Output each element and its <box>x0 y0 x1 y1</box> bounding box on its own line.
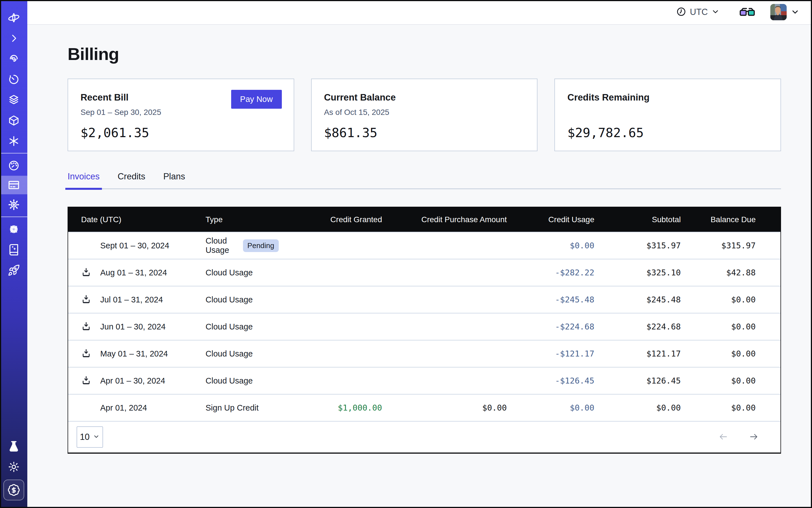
cube-icon <box>8 115 20 126</box>
download-invoice-button[interactable] <box>81 267 91 278</box>
subtotal-value: $325.10 <box>594 268 681 278</box>
asterisk-icon <box>8 135 20 147</box>
invoice-type-cell: Cloud Usage <box>206 349 279 358</box>
timezone-selector[interactable]: UTC <box>676 6 720 18</box>
next-page-button[interactable] <box>747 432 760 442</box>
clock-icon <box>676 6 686 18</box>
credit-usage-value: -$245.48 <box>507 295 594 304</box>
sidebar-item-cube[interactable] <box>0 110 27 131</box>
sidebar <box>0 0 27 508</box>
pay-now-button[interactable]: Pay Now <box>231 90 282 109</box>
sidebar-divider <box>0 153 27 154</box>
timer-icon <box>8 73 20 86</box>
tab-plans[interactable]: Plans <box>163 171 185 188</box>
chevron-down-icon <box>711 7 720 17</box>
credits-badge-button[interactable] <box>0 477 27 503</box>
sidebar-item-asterisk[interactable] <box>0 131 27 151</box>
user-avatar[interactable] <box>770 4 787 20</box>
balance-due-value: $0.00 <box>681 322 781 331</box>
table-header-row: Date (UTC) Type Credit Granted Credit Pu… <box>68 207 780 232</box>
credit-usage-value: -$126.45 <box>507 376 594 385</box>
download-invoice-button[interactable] <box>81 348 91 359</box>
page-title: Billing <box>68 44 781 64</box>
download-icon <box>81 375 91 386</box>
sidebar-collapse-button[interactable] <box>0 28 27 48</box>
sidebar-item-cyclone[interactable] <box>0 48 27 69</box>
subtotal-value: $315.97 <box>594 241 681 250</box>
rocket-icon <box>8 264 20 277</box>
invoice-type: Cloud Usage <box>206 295 253 304</box>
sidebar-item-layers[interactable] <box>0 90 27 110</box>
download-icon <box>81 348 91 359</box>
credit-usage-value: $0.00 <box>507 403 594 413</box>
sidebar-item-usage-gauge[interactable] <box>0 155 27 176</box>
invoice-date: Apr 01 – 30, 2024 <box>100 376 165 385</box>
arrow-right-icon <box>747 432 760 442</box>
cyclone-icon <box>8 53 20 65</box>
download-invoice-button[interactable] <box>81 294 91 305</box>
credit-granted-value: $1,000.00 <box>279 403 382 413</box>
sidebar-item-docs[interactable] <box>0 239 27 260</box>
arrow-left-icon <box>717 432 730 442</box>
summary-cards: Recent Bill Sep 01 – Sep 30, 2025 $2,061… <box>68 79 781 151</box>
page-size-value: 10 <box>80 432 90 442</box>
invoice-date-cell: Sept 01 – 30, 2024 <box>68 241 206 250</box>
3d-glasses-icon <box>739 7 755 17</box>
col-balance-due: Balance Due <box>681 215 781 224</box>
col-type: Type <box>206 215 279 224</box>
credit-card-icon <box>8 179 20 191</box>
sidebar-item-billing[interactable] <box>0 176 27 194</box>
page-size-select[interactable]: 10 <box>77 426 103 448</box>
invoice-row: Jul 01 – 31, 2024Cloud Usage-$245.48$245… <box>68 286 780 313</box>
invoice-row: May 01 – 31, 2024Cloud Usage-$121.17$121… <box>68 340 780 367</box>
card-title: Current Balance <box>324 92 525 103</box>
invoice-type-cell: Cloud Usage <box>206 268 279 278</box>
invoice-date: May 01 – 31, 2024 <box>100 349 168 358</box>
invoice-date-cell: Apr 01 – 30, 2024 <box>68 375 206 386</box>
credits-remaining-amount: $29,782.65 <box>567 125 768 140</box>
invoice-type-cell: Cloud Usage <box>206 322 279 331</box>
download-invoice-button[interactable] <box>81 321 91 332</box>
balance-due-value: $0.00 <box>681 295 781 304</box>
3d-view-button[interactable] <box>739 7 755 17</box>
invoice-date-cell: Apr 01, 2024 <box>68 403 206 413</box>
invoice-type-cell: Cloud UsagePending <box>206 236 279 255</box>
sidebar-item-timer[interactable] <box>0 69 27 90</box>
chevron-down-icon <box>93 432 100 442</box>
col-credit-purchase: Credit Purchase Amount <box>382 215 507 224</box>
subtotal-value: $224.68 <box>594 322 681 331</box>
app-logo[interactable] <box>0 7 27 28</box>
account-menu-button[interactable] <box>790 7 800 17</box>
invoice-row: Aug 01 – 31, 2024Cloud Usage-$282.22$325… <box>68 259 780 286</box>
invoice-type-cell: Cloud Usage <box>206 376 279 385</box>
sidebar-item-helm[interactable] <box>0 219 27 239</box>
theme-toggle[interactable] <box>0 457 27 477</box>
sidebar-divider <box>0 217 27 217</box>
sidebar-item-experiments[interactable] <box>0 436 27 457</box>
flask-icon <box>8 440 20 453</box>
current-balance-amount: $861.35 <box>324 125 525 140</box>
credit-usage-value: $0.00 <box>507 241 594 250</box>
tab-invoices[interactable]: Invoices <box>68 171 100 188</box>
billing-period: Sep 01 – Sep 30, 2025 <box>81 108 281 118</box>
balance-due-value: $0.00 <box>681 376 781 385</box>
invoice-date: Jun 01 – 30, 2024 <box>100 322 166 331</box>
table-footer: 10 <box>68 421 780 453</box>
invoice-row: Apr 01, 2024Sign Up Credit$1,000.00$0.00… <box>68 394 780 421</box>
invoice-date: Aug 01 – 31, 2024 <box>100 268 167 278</box>
invoice-date-cell: Jul 01 – 31, 2024 <box>68 294 206 305</box>
download-invoice-button[interactable] <box>81 375 91 386</box>
badge-dollar-icon <box>7 483 20 497</box>
chevron-right-icon <box>8 33 19 44</box>
recent-bill-card: Recent Bill Sep 01 – Sep 30, 2025 $2,061… <box>68 79 294 151</box>
previous-page-button[interactable] <box>717 432 730 442</box>
tab-credits[interactable]: Credits <box>118 171 145 188</box>
col-credit-usage: Credit Usage <box>507 215 594 224</box>
invoice-date-cell: Jun 01 – 30, 2024 <box>68 321 206 332</box>
subtotal-value: $121.17 <box>594 349 681 358</box>
timezone-label: UTC <box>690 7 708 17</box>
sidebar-item-settings[interactable] <box>0 194 27 215</box>
sidebar-item-getting-started[interactable] <box>0 260 27 281</box>
layers-icon <box>8 94 20 106</box>
card-title: Credits Remaining <box>567 92 768 103</box>
